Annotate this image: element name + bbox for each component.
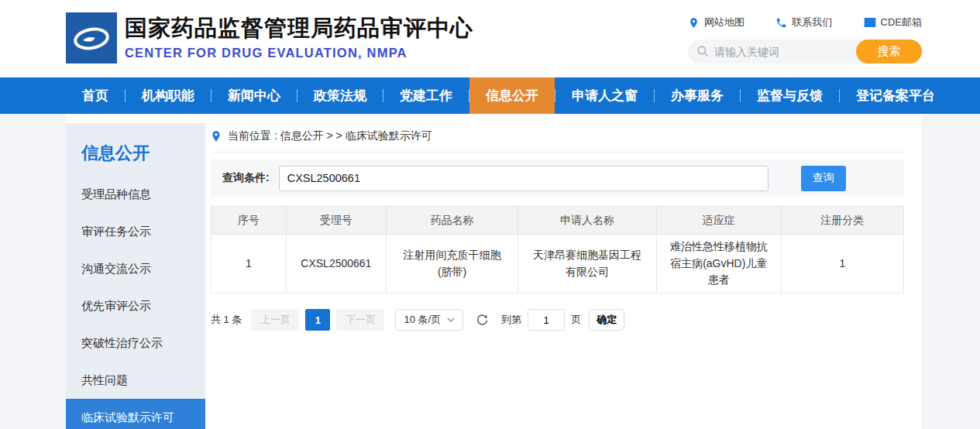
site-header: 国家药品监督管理局药品审评中心 CENTER FOR DRUG EVALUATI…	[0, 0, 980, 77]
nav-item-supervision-feedback[interactable]: 监督与反馈	[741, 77, 839, 114]
nav-item-functions[interactable]: 机构职能	[126, 77, 211, 114]
cde-mail-link[interactable]: CDE邮箱	[864, 15, 922, 29]
page-size-value: 10 条/页	[404, 313, 441, 327]
table-header-row: 序号 受理号 药品名称 申请人名称 适应症 注册分类	[211, 207, 904, 235]
pagination: 共 1 条 上一页 1 下一页 10 条/页 到第 页 确定	[211, 309, 904, 331]
prev-page-button[interactable]: 上一页	[251, 309, 299, 331]
nav-item-services[interactable]: 办事服务	[655, 77, 740, 114]
pagination-total: 共 1 条	[211, 313, 242, 327]
cell-registration-category: 1	[781, 235, 903, 293]
cell-drug-name: 注射用间充质干细胞(脐带)	[387, 235, 518, 293]
sitemap-label: 网站地图	[704, 15, 744, 29]
chevron-down-icon	[447, 317, 455, 322]
query-input[interactable]	[279, 166, 769, 191]
nav-item-applicant-window[interactable]: 申请人之窗	[555, 77, 654, 114]
location-pin-icon	[211, 130, 222, 142]
search-icon	[696, 45, 710, 58]
col-header-acceptance-number: 受理号	[286, 207, 387, 235]
cde-logo	[66, 12, 117, 63]
goto-page-suffix: 页	[571, 313, 581, 327]
cell-indication: 难治性急性移植物抗宿主病(aGvHD)儿童患者	[656, 235, 781, 293]
col-header-registration-category: 注册分类	[781, 207, 903, 235]
site-subtitle: CENTER FOR DRUG EVALUATION, NMPA	[125, 46, 473, 60]
sidebar-item-clinical-trial-implied-license[interactable]: 临床试验默示许可	[66, 399, 205, 429]
nav-item-information-disclosure[interactable]: 信息公开	[469, 77, 555, 114]
sidebar-item-communication[interactable]: 沟通交流公示	[66, 250, 205, 287]
search-button[interactable]: 搜索	[856, 39, 922, 63]
nav-item-news[interactable]: 新闻中心	[211, 77, 297, 114]
envelope-icon	[864, 17, 876, 28]
nav-item-home[interactable]: 首页	[66, 77, 125, 114]
sidebar-title: 信息公开	[66, 123, 205, 176]
sidebar-item-common-questions[interactable]: 共性问题	[66, 362, 205, 399]
breadcrumb-text: 当前位置 : 信息公开 > > 临床试验默示许可	[228, 129, 432, 143]
refresh-icon	[476, 314, 489, 327]
table-row: 1 CXSL2500661 注射用间充质干细胞(脐带) 天津昂赛细胞基因工程有限…	[211, 235, 904, 293]
cde-mail-label: CDE邮箱	[881, 15, 922, 29]
col-header-indication: 适应症	[656, 207, 781, 235]
page-size-select[interactable]: 10 条/页	[395, 309, 463, 331]
logo-swoosh-icon	[69, 15, 114, 60]
contact-link[interactable]: 联系我们	[775, 15, 832, 29]
main-content: 当前位置 : 信息公开 > > 临床试验默示许可 查询条件: 查询 序号 受理号…	[205, 114, 922, 429]
breadcrumb: 当前位置 : 信息公开 > > 临床试验默示许可	[211, 129, 904, 153]
col-header-applicant-name: 申请人名称	[518, 207, 657, 235]
sidebar-item-priority-review[interactable]: 优先审评公示	[66, 287, 205, 324]
col-header-drug-name: 药品名称	[387, 207, 518, 235]
main-nav: 首页 机构职能 新闻中心 政策法规 党建工作 信息公开 申请人之窗 办事服务 监…	[0, 77, 980, 114]
sidebar: 信息公开 受理品种信息 审评任务公示 沟通交流公示 优先审评公示 突破性治疗公示…	[66, 123, 205, 429]
sidebar-item-breakthrough-therapy[interactable]: 突破性治疗公示	[66, 324, 205, 362]
query-label: 查询条件:	[222, 171, 270, 185]
query-button[interactable]: 查询	[801, 166, 846, 191]
goto-confirm-button[interactable]: 确定	[589, 309, 624, 331]
sidebar-item-accepted-varieties[interactable]: 受理品种信息	[66, 176, 205, 213]
quick-links: 网站地图 联系我们 CDE邮箱	[688, 15, 922, 29]
current-page-button[interactable]: 1	[305, 309, 330, 331]
location-pin-icon	[688, 17, 700, 29]
cell-acceptance-number: CXSL2500661	[286, 235, 387, 293]
site-title: 国家药品监督管理局药品审评中心	[125, 15, 473, 41]
sitemap-link[interactable]: 网站地图	[688, 15, 744, 29]
goto-page-input[interactable]	[528, 309, 565, 331]
header-search: 搜索	[688, 39, 922, 63]
next-page-button[interactable]: 下一页	[336, 309, 384, 331]
cell-index: 1	[211, 235, 287, 293]
phone-icon	[775, 17, 787, 29]
sidebar-item-review-tasks[interactable]: 审评任务公示	[66, 213, 205, 250]
nav-item-policies[interactable]: 政策法规	[297, 77, 383, 114]
col-header-index: 序号	[211, 207, 287, 235]
nav-item-registration-platform[interactable]: 登记备案平台	[840, 77, 951, 114]
contact-label: 联系我们	[792, 15, 832, 29]
query-bar: 查询条件: 查询	[211, 160, 904, 197]
results-table: 序号 受理号 药品名称 申请人名称 适应症 注册分类 1 CXSL2500661…	[211, 206, 904, 293]
cell-applicant-name: 天津昂赛细胞基因工程有限公司	[518, 235, 657, 293]
nav-item-party-building[interactable]: 党建工作	[383, 77, 469, 114]
refresh-button[interactable]	[476, 314, 489, 327]
goto-page-label: 到第	[501, 313, 521, 327]
